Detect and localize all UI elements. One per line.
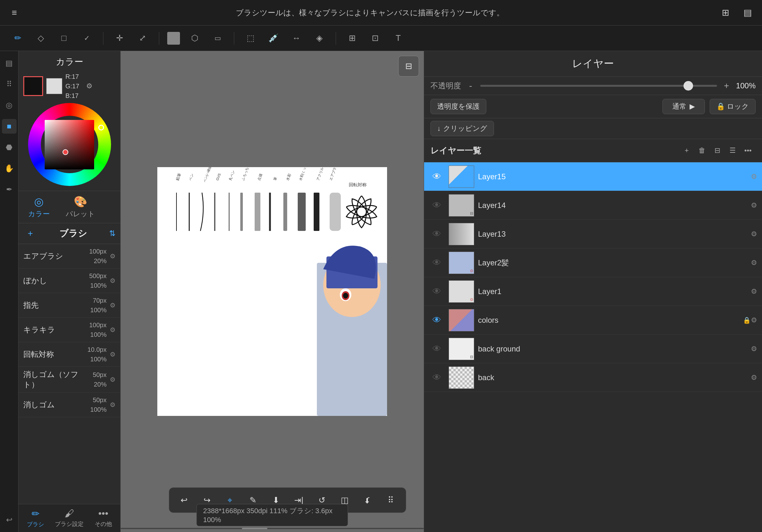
layer-visibility-colors[interactable]: 👁 bbox=[429, 315, 445, 325]
delete-layer-btn[interactable]: 🗑 bbox=[694, 143, 710, 158]
select-pen-tool-btn[interactable]: ✓ bbox=[79, 30, 95, 46]
layer-item-colors[interactable]: 👁 colors 🔒 ⚙ bbox=[424, 306, 762, 335]
brush-settings-airbrush[interactable]: ⚙ bbox=[110, 252, 115, 260]
layer-settings-layer15[interactable]: ⚙ bbox=[751, 172, 757, 181]
zoom-btn[interactable]: ◎ bbox=[2, 98, 17, 112]
brush-item-airbrush[interactable]: エアブラシ 100px 20% ⚙ bbox=[19, 244, 120, 269]
smudge-btn[interactable]: ↔ bbox=[288, 30, 305, 46]
blend-mode-select[interactable]: 通常 ▶ bbox=[662, 99, 705, 114]
crop-btn[interactable]: ⊡ bbox=[367, 30, 384, 46]
menu-button[interactable]: ≡ bbox=[6, 5, 22, 21]
other-tab-btn[interactable]: ••• その他 bbox=[87, 504, 120, 532]
lock-btn[interactable]: 🔒 ロック bbox=[710, 99, 756, 114]
grid-top-icon[interactable]: ⊞ bbox=[717, 5, 733, 21]
select-rect2-btn[interactable]: ⬚ bbox=[242, 30, 259, 46]
symmetry-btn[interactable]: ⊞ bbox=[344, 30, 360, 46]
layer-visibility-layer2hair[interactable]: 👁 bbox=[429, 257, 445, 268]
color-saturation-handle[interactable] bbox=[62, 149, 68, 155]
layer-settings-colors[interactable]: ⚙ bbox=[751, 316, 757, 324]
fill-tool-btn[interactable]: ⬡ bbox=[187, 30, 203, 46]
color-wheel-handle[interactable] bbox=[98, 125, 104, 130]
layer-item-background[interactable]: 👁 ⊟ back ground ⚙ bbox=[424, 335, 762, 363]
layer-item-layer2hair[interactable]: 👁 ⊙ Layer2髪 ⚙ bbox=[424, 248, 762, 277]
opacity-plus-btn[interactable]: + bbox=[722, 81, 731, 91]
color-tab[interactable]: ◎ カラー bbox=[23, 194, 54, 220]
move2-btn[interactable]: ✋ bbox=[2, 161, 17, 176]
color-wheel[interactable] bbox=[28, 103, 111, 186]
layer-visibility-layer15[interactable]: 👁 bbox=[429, 171, 445, 182]
secondary-color-swatch[interactable] bbox=[46, 78, 62, 94]
palette-tab[interactable]: 🎨 パレット bbox=[61, 194, 100, 220]
layer-item-layer15[interactable]: 👁 Layer15 ⚙ bbox=[424, 162, 762, 191]
grid-dots-btn[interactable]: ⠿ bbox=[382, 492, 400, 509]
brush-item-rotation[interactable]: 回転対称 10.0px 100% ⚙ bbox=[19, 342, 120, 367]
layer-visibility-background[interactable]: 👁 bbox=[429, 344, 445, 354]
brush-settings-eraser[interactable]: ⚙ bbox=[110, 401, 115, 409]
gradient-tool-btn[interactable]: ▭ bbox=[209, 30, 226, 46]
brush-settings-rotation[interactable]: ⚙ bbox=[110, 351, 115, 358]
color-square[interactable] bbox=[45, 120, 94, 169]
brush-item-blur[interactable]: ぼかし 500px 100% ⚙ bbox=[19, 269, 120, 293]
layer-visibility-layer14[interactable]: 👁 bbox=[429, 200, 445, 211]
fill-color-btn[interactable] bbox=[167, 32, 180, 45]
layer-settings-layer2hair[interactable]: ⚙ bbox=[751, 259, 757, 267]
layer-more-btn[interactable]: ••• bbox=[740, 143, 756, 158]
layer-item-layer13[interactable]: 👁 Layer13 ⚙ bbox=[424, 220, 762, 248]
opacity-minus-btn[interactable]: - bbox=[466, 81, 476, 91]
protect-transparency-btn[interactable]: 透明度を保護 bbox=[430, 99, 486, 114]
layer-settings-layer13[interactable]: ⚙ bbox=[751, 230, 757, 238]
layer-settings-layer1[interactable]: ⚙ bbox=[751, 287, 757, 296]
canvas-layout-btn[interactable]: ⊟ bbox=[398, 56, 419, 77]
main-canvas[interactable]: 鉛筆 ペン ペン(ハ確描) GVS 丸ペン ふちっち 点描 筆 水彩 水彩(くっ… bbox=[157, 167, 387, 416]
brush-tool-btn[interactable]: ✏ bbox=[10, 30, 26, 46]
brush-item-sparkle[interactable]: キラキラ 100px 100% ⚙ bbox=[19, 318, 120, 342]
brush-panel-title: ブラシ bbox=[37, 228, 109, 239]
grid-btn[interactable]: ⠿ bbox=[2, 77, 17, 92]
docs-btn[interactable]: ▤ bbox=[2, 56, 17, 71]
layer-item-layer14[interactable]: 👁 ⊟ Layer14 ⚙ bbox=[424, 191, 762, 220]
brush-item-eraser[interactable]: 消しゴム 50px 100% ⚙ bbox=[19, 393, 120, 417]
layer-visibility-layer13[interactable]: 👁 bbox=[429, 229, 445, 239]
pen2-btn[interactable]: ✒ bbox=[2, 182, 17, 197]
clipping-btn[interactable]: ↓ クリッピング bbox=[430, 121, 494, 136]
layer-item-layer1[interactable]: 👁 ⊙ Layer1 ⚙ bbox=[424, 277, 762, 306]
layer-item-back[interactable]: 👁 back ⚙ bbox=[424, 363, 762, 392]
brush-add-btn[interactable]: + bbox=[23, 227, 37, 240]
canvas-area[interactable]: ⊟ 鉛筆 ペン ペン(ハ確描) GVS 丸ペン ふちっち 点描 筆 水彩 水彩(… bbox=[120, 51, 424, 532]
brush-settings-eraser-soft[interactable]: ⚙ bbox=[110, 376, 115, 383]
brush-settings-sparkle[interactable]: ⚙ bbox=[110, 326, 115, 334]
layer-settings-back[interactable]: ⚙ bbox=[751, 373, 757, 382]
brush-settings-blur[interactable]: ⚙ bbox=[110, 277, 115, 285]
color-settings-btn[interactable]: ⚙ bbox=[82, 79, 96, 93]
scroll-thumb[interactable] bbox=[242, 528, 267, 529]
text-btn[interactable]: T bbox=[390, 30, 407, 46]
primary-color-swatch[interactable] bbox=[23, 76, 43, 96]
select-rect-tool-btn[interactable]: □ bbox=[55, 30, 72, 46]
palette-btn[interactable]: ⬣ bbox=[2, 140, 17, 155]
layer-settings-background[interactable]: ⚙ bbox=[751, 345, 757, 353]
merge-layer-btn[interactable]: ⊟ bbox=[710, 143, 725, 158]
layer-visibility-layer1[interactable]: 👁 bbox=[429, 286, 445, 297]
move-tool-btn[interactable]: ✛ bbox=[112, 30, 128, 46]
color-btn[interactable]: ■ bbox=[2, 119, 17, 134]
brush-item-eraser-soft[interactable]: 消しゴム（ソフト） 50px 20% ⚙ bbox=[19, 367, 120, 393]
layer-visibility-back[interactable]: 👁 bbox=[429, 372, 445, 383]
brush-settings-smudge[interactable]: ⚙ bbox=[110, 301, 115, 309]
layers-top-icon[interactable]: ▤ bbox=[740, 5, 756, 21]
bookmark-btn[interactable]: ⮮ bbox=[359, 492, 377, 509]
dodge-burn-btn[interactable]: ◈ bbox=[311, 30, 328, 46]
brush-settings-tab-btn[interactable]: 🖌 ブラシ設定 bbox=[52, 504, 86, 532]
eraser-tool-btn[interactable]: ◇ bbox=[33, 30, 49, 46]
canvas-scrollbar[interactable] bbox=[120, 528, 424, 530]
transform-tool-btn[interactable]: ⤢ bbox=[134, 30, 151, 46]
layer-list-btn[interactable]: ☰ bbox=[725, 143, 740, 158]
eyedropper-btn[interactable]: 💉 bbox=[265, 30, 282, 46]
brush-tab-btn[interactable]: ✏ ブラシ bbox=[19, 504, 52, 532]
brush-item-smudge[interactable]: 指先 70px 100% ⚙ bbox=[19, 293, 120, 318]
undo-btn[interactable]: ↩ bbox=[176, 492, 193, 509]
layer-settings-layer14[interactable]: ⚙ bbox=[751, 201, 757, 210]
hand-btn[interactable]: ↩ bbox=[2, 512, 17, 527]
add-layer-btn[interactable]: + bbox=[679, 143, 694, 158]
brush-sort-btn[interactable]: ⇅ bbox=[109, 229, 115, 238]
opacity-slider[interactable] bbox=[480, 85, 717, 87]
